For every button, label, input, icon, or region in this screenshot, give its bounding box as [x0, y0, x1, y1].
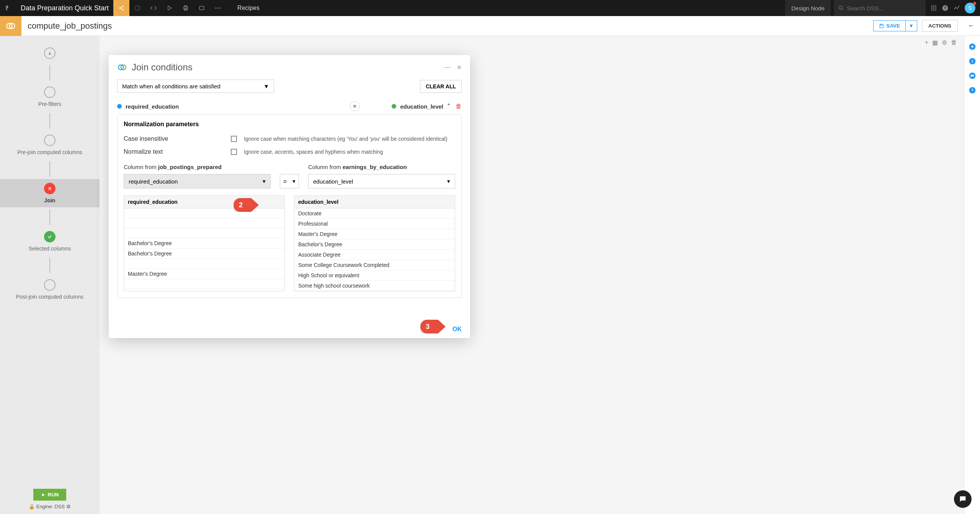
global-search[interactable]: [834, 0, 926, 16]
table-cell: [124, 279, 284, 289]
right-column-select[interactable]: education_level ▾: [308, 174, 455, 189]
step-selected-columns[interactable]: Selected columns: [0, 227, 100, 255]
modal-title: Join conditions: [132, 62, 193, 73]
join-conditions-modal: Join conditions — ✕ Match when all condi…: [109, 55, 470, 338]
svg-point-10: [219, 8, 220, 9]
content-toolbar: + ▦ ⚙ 🗑: [925, 39, 957, 46]
svg-rect-16: [933, 8, 934, 9]
save-dropdown[interactable]: ▼: [906, 20, 917, 31]
clear-all-button[interactable]: CLEAR ALL: [420, 80, 462, 93]
steps-sidebar: Pre-filters Pre-join computed columns Jo…: [0, 36, 100, 514]
right-col-summary: education_level: [400, 103, 443, 110]
chevron-up-icon[interactable]: ˄: [447, 103, 450, 110]
match-mode-select[interactable]: Match when all conditions are satisfied …: [117, 80, 274, 93]
engine-label[interactable]: 🔒 Engine: DSS ⚙: [29, 504, 71, 509]
lock-icon: 🔒: [29, 504, 35, 509]
search-icon: [838, 5, 844, 11]
left-preview-header: required_education: [124, 196, 284, 208]
svg-point-3: [135, 6, 140, 10]
main-area: Pre-filters Pre-join computed columns Jo…: [0, 36, 980, 514]
delete-condition-icon[interactable]: 🗑: [456, 103, 462, 110]
left-preview-table: required_education Bachelor's DegreeBach…: [124, 195, 285, 291]
activity-icon[interactable]: [953, 5, 960, 11]
more-icon[interactable]: [210, 0, 226, 16]
back-arrow-icon[interactable]: ←: [962, 22, 980, 30]
step-input[interactable]: [0, 44, 100, 63]
flow-icon[interactable]: [129, 0, 145, 16]
search-input[interactable]: [847, 5, 921, 11]
app-logo[interactable]: [0, 0, 16, 16]
right-column-from: Column from earnings_by_education: [308, 164, 455, 170]
right-dot: [392, 104, 396, 109]
norm-params-title: Normalization parameters: [124, 121, 455, 128]
svg-rect-13: [933, 5, 934, 7]
actions-button[interactable]: ACTIONS: [922, 20, 958, 32]
id-icon[interactable]: [194, 0, 210, 16]
step-join[interactable]: Join: [0, 179, 100, 207]
left-column-select[interactable]: required_education ▾: [124, 174, 271, 189]
normalize-text-row: Normalize text Ignore case, accents, spa…: [124, 145, 455, 158]
svg-point-8: [215, 8, 216, 9]
rail-add-icon[interactable]: [969, 43, 976, 50]
code-icon[interactable]: [145, 0, 162, 16]
normalize-desc: Ignore case, accents, spaces and hyphens…: [244, 149, 383, 155]
step-prejoin[interactable]: Pre-join computed columns: [0, 131, 100, 159]
minimize-icon[interactable]: —: [444, 64, 451, 71]
step-label: Post-join computed columns: [16, 294, 83, 300]
left-dot: [117, 104, 122, 109]
run-button[interactable]: RUN: [33, 489, 67, 501]
grid-icon[interactable]: ▦: [932, 39, 938, 46]
design-node-label[interactable]: Design Node: [785, 0, 831, 16]
step-postjoin[interactable]: Post-join computed columns: [0, 275, 100, 304]
condition-summary-row[interactable]: required_education = education_level ˄ 🗑: [117, 98, 462, 114]
right-preview-table: education_level DoctorateProfessionalMas…: [294, 195, 455, 291]
rail-history-icon[interactable]: [969, 86, 976, 94]
run-label: RUN: [48, 492, 59, 498]
case-label: Case insensitive: [124, 135, 231, 142]
svg-rect-19: [933, 10, 934, 11]
rail-comment-icon[interactable]: [969, 72, 976, 80]
recipes-tab[interactable]: Recipes: [230, 5, 267, 11]
step-prefilters[interactable]: Pre-filters: [0, 83, 100, 111]
modal-header: Join conditions — ✕: [109, 55, 470, 80]
project-title[interactable]: Data Preparation Quick Start: [16, 4, 113, 12]
chat-bubble-icon[interactable]: [954, 490, 972, 508]
svg-rect-20: [935, 10, 936, 11]
play-icon[interactable]: [162, 0, 178, 16]
right-column-value: education_level: [313, 178, 353, 185]
user-avatar[interactable]: S: [965, 3, 975, 13]
table-cell: Professional: [294, 219, 455, 229]
svg-rect-14: [935, 5, 936, 7]
save-icon: [879, 23, 884, 29]
table-cell: Master's Degree: [294, 229, 455, 239]
add-icon[interactable]: +: [925, 39, 928, 46]
normalize-text-checkbox[interactable]: [231, 149, 237, 155]
close-icon[interactable]: ✕: [457, 64, 462, 71]
operator-select[interactable]: = ▾: [280, 174, 299, 189]
table-cell: [124, 218, 284, 228]
help-icon[interactable]: ?: [942, 5, 949, 11]
rail-info-icon[interactable]: i: [969, 57, 976, 65]
play-icon: [41, 493, 46, 497]
gear-icon[interactable]: ⚙: [942, 39, 947, 46]
condition-details: Normalization parameters Case insensitiv…: [117, 114, 462, 298]
recipe-type-icon: [0, 16, 21, 36]
table-cell: Bachelor's Degree: [124, 238, 284, 249]
topbar-tool-icons: [129, 0, 226, 16]
delete-icon[interactable]: 🗑: [951, 39, 957, 46]
print-icon[interactable]: [178, 0, 194, 16]
save-label: SAVE: [887, 23, 900, 29]
step-label: Pre-filters: [38, 101, 61, 107]
svg-point-1: [122, 6, 124, 7]
save-button[interactable]: SAVE: [873, 20, 906, 31]
case-insensitive-checkbox[interactable]: [231, 136, 237, 142]
table-cell: Master's Degree: [124, 269, 284, 279]
table-cell: High School or equivalent: [294, 270, 455, 281]
table-cell: Bachelor's Degree: [124, 249, 284, 259]
apps-icon[interactable]: [930, 5, 937, 11]
share-icon[interactable]: [113, 0, 129, 16]
ok-button[interactable]: OK: [452, 326, 462, 333]
table-cell: Some College Coursework Completed: [294, 260, 455, 270]
table-cell: Some high school coursework: [294, 281, 455, 291]
chevron-down-icon: ▼: [263, 83, 269, 89]
